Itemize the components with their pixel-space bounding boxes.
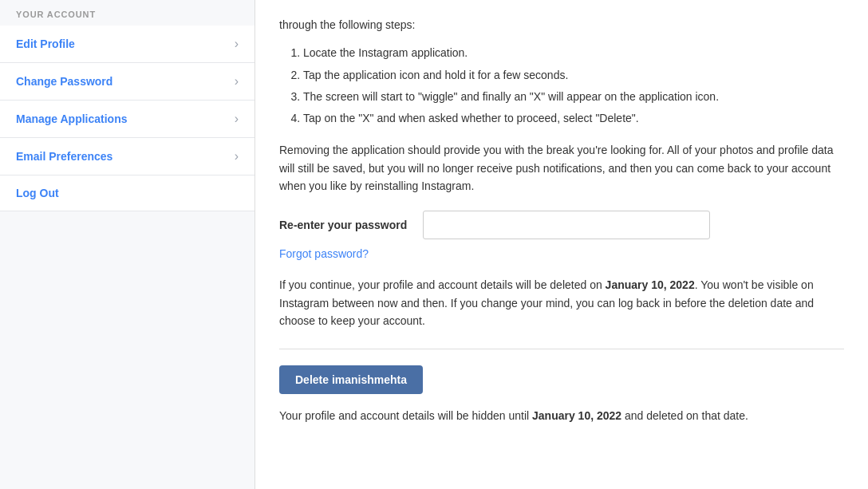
hidden-notice: Your profile and account details will be… <box>279 407 844 424</box>
delete-account-button[interactable]: Delete imanishmehta <box>279 365 423 394</box>
sidebar-item-change-password[interactable]: Change Password › <box>0 63 254 101</box>
chevron-right-icon: › <box>235 37 239 51</box>
steps-list: Locate the Instagram application. Tap th… <box>303 43 844 128</box>
sidebar-item-label-change-password: Change Password <box>16 75 112 88</box>
deletion-notice: If you continue, your profile and accoun… <box>279 276 844 329</box>
forgot-password-link[interactable]: Forgot password? <box>279 247 369 260</box>
sidebar-item-label-edit-profile: Edit Profile <box>16 37 75 50</box>
step-1: Locate the Instagram application. <box>303 43 844 63</box>
sidebar-item-log-out[interactable]: Log Out <box>0 175 254 211</box>
password-section: Re-enter your password <box>279 211 844 239</box>
deletion-notice-part1: If you continue, your profile and accoun… <box>279 278 606 291</box>
sidebar-item-label-manage-applications: Manage Applications <box>16 112 128 125</box>
sidebar-item-manage-applications[interactable]: Manage Applications › <box>0 101 254 138</box>
hidden-date: January 10, 2022 <box>532 409 621 422</box>
sidebar-item-label-log-out: Log Out <box>16 187 59 199</box>
sidebar-item-email-preferences[interactable]: Email Preferences › <box>0 138 254 175</box>
chevron-right-icon: › <box>235 149 239 164</box>
deletion-date: January 10, 2022 <box>606 278 695 291</box>
step-4: Tap on the "X" and when asked whether to… <box>303 108 844 128</box>
sidebar-item-edit-profile[interactable]: Edit Profile › <box>0 26 254 63</box>
sidebar-item-label-email-preferences: Email Preferences <box>16 150 112 163</box>
hidden-notice-part1: Your profile and account details will be… <box>279 409 532 422</box>
main-content: through the following steps: Locate the … <box>255 0 868 489</box>
step-3: The screen will start to "wiggle" and fi… <box>303 87 844 107</box>
chevron-right-icon: › <box>235 74 239 89</box>
divider <box>279 349 844 349</box>
chevron-right-icon: › <box>235 112 239 126</box>
password-label: Re-enter your password <box>279 219 407 231</box>
password-input[interactable] <box>423 211 710 239</box>
sidebar-section-title: YOUR ACCOUNT <box>0 0 254 26</box>
step-2: Tap the application icon and hold it for… <box>303 65 844 85</box>
intro-text: through the following steps: <box>279 16 844 34</box>
sidebar: YOUR ACCOUNT Edit Profile › Change Passw… <box>0 0 255 489</box>
removal-notice: Removing the application should provide … <box>279 141 844 195</box>
hidden-notice-part2: and deleted on that date. <box>621 409 748 422</box>
